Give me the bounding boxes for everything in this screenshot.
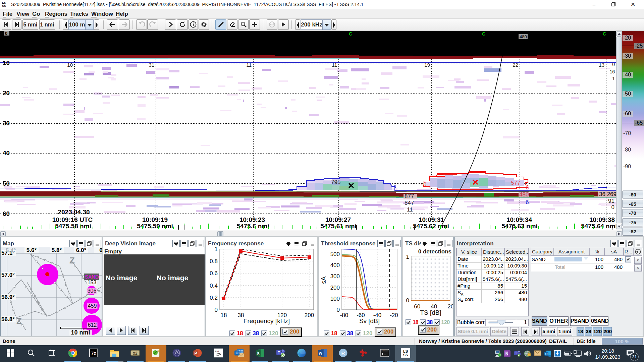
svg-text:0: 0 (337, 307, 340, 313)
svg-text:19: 19 (424, 62, 430, 68)
svg-text:56.8°: 56.8° (1, 316, 15, 322)
svg-text:100: 100 (330, 296, 340, 302)
svg-text:C: C (482, 31, 485, 37)
svg-text:-60: -60 (629, 192, 636, 197)
svg-text:-80: -80 (623, 147, 631, 153)
svg-text:-65: -65 (635, 120, 643, 126)
svg-text:10:09:19: 10:09:19 (142, 216, 168, 223)
svg-text:x2: x2 (133, 351, 138, 356)
svg-text:C: C (603, 31, 606, 37)
svg-text:10: 10 (3, 59, 10, 66)
svg-text:459: 459 (88, 303, 97, 309)
svg-text:Frequency [kHz]: Frequency [kHz] (244, 317, 290, 324)
svg-text:200: 200 (330, 285, 340, 291)
svg-text:TS [dB]: TS [dB] (420, 309, 441, 316)
svg-text:-65: -65 (629, 201, 636, 207)
svg-text:11: 11 (407, 206, 413, 213)
svg-text:40: 40 (3, 149, 10, 157)
svg-text:0: 0 (612, 62, 615, 67)
svg-text:SAND: SAND (85, 274, 99, 280)
svg-text:0.2: 0.2 (210, 295, 218, 301)
svg-text:5.8°: 5.8° (52, 247, 62, 253)
svg-text:W: W (319, 351, 322, 355)
svg-text:6: 6 (526, 199, 529, 205)
svg-text:-20: -20 (623, 35, 631, 41)
svg-text:1: 1 (215, 247, 218, 252)
svg-text:612: 612 (88, 322, 97, 328)
svg-text:7z: 7z (91, 351, 96, 356)
svg-text:X: X (257, 351, 259, 356)
svg-text:-60: -60 (623, 111, 631, 116)
svg-text:Z: Z (16, 316, 22, 326)
svg-text:C:\: C:\ (382, 350, 385, 352)
svg-text:16: 16 (609, 69, 615, 74)
svg-text:0: 0 (406, 297, 409, 304)
svg-text:877: 877 (405, 193, 414, 199)
svg-text:306: 306 (88, 288, 97, 294)
svg-text:2023.04.30: 2023.04.30 (58, 208, 90, 216)
svg-text:0: 0 (423, 181, 426, 188)
svg-text:10: 10 (67, 62, 73, 68)
svg-text:38: 38 (238, 312, 244, 318)
svg-text:sA: sA (320, 277, 327, 284)
svg-text:400: 400 (330, 262, 340, 268)
svg-text:480: 480 (520, 34, 527, 39)
svg-text:-75: -75 (629, 220, 636, 225)
svg-text:5475.6 nmi: 5475.6 nmi (236, 223, 269, 230)
svg-text:10:09:27: 10:09:27 (325, 216, 351, 223)
svg-text:-80: -80 (340, 312, 348, 318)
svg-text:P: P (194, 351, 197, 356)
svg-text:0.6: 0.6 (210, 270, 218, 277)
svg-text:200: 200 (305, 312, 314, 318)
svg-text:T: T (278, 351, 280, 355)
svg-text:11: 11 (332, 62, 337, 68)
svg-text:500: 500 (330, 251, 340, 257)
svg-text:C: C (349, 31, 352, 37)
svg-text:O: O (235, 351, 238, 355)
svg-text:1: 1 (612, 76, 615, 81)
svg-text:30: 30 (3, 120, 10, 127)
svg-text:57.0°: 57.0° (1, 272, 15, 278)
svg-text:22: 22 (513, 62, 518, 68)
svg-text:10 nmi: 10 nmi (71, 329, 90, 336)
svg-text:60: 60 (3, 210, 10, 217)
svg-text:20: 20 (3, 89, 10, 97)
svg-text:10:09:23: 10:09:23 (239, 216, 265, 223)
svg-text:R: R (341, 350, 345, 356)
svg-text:0.8: 0.8 (210, 258, 218, 264)
svg-text:-70: -70 (623, 130, 631, 136)
svg-text:-90: -90 (623, 164, 631, 169)
svg-text:T: T (515, 352, 517, 355)
svg-text:-30: -30 (623, 53, 631, 59)
svg-text:56.9°: 56.9° (1, 294, 15, 300)
svg-text:10:09:38: 10:09:38 (589, 216, 615, 223)
svg-text:50: 50 (3, 180, 10, 187)
svg-text:Std: Std (215, 350, 219, 353)
svg-text:5475.63 nmi: 5475.63 nmi (501, 223, 538, 230)
svg-text:13: 13 (599, 62, 604, 68)
svg-text:5.4°: 5.4° (6, 247, 16, 254)
svg-text:795: 795 (331, 179, 340, 185)
svg-text:-40: -40 (623, 72, 631, 77)
svg-text:847: 847 (405, 200, 414, 206)
svg-text:0: 0 (5, 31, 7, 36)
svg-text:300: 300 (330, 273, 340, 280)
svg-text:91: 91 (608, 198, 614, 204)
svg-text:5475.58 nmi: 5475.58 nmi (55, 223, 91, 230)
svg-text:-20: -20 (446, 303, 453, 310)
svg-text:5.6°: 5.6° (26, 247, 37, 253)
svg-text:0.4: 0.4 (210, 283, 218, 289)
svg-text:0: 0 (611, 204, 614, 210)
svg-text:5475.62 nmi: 5475.62 nmi (413, 223, 449, 230)
svg-text:10:09:34: 10:09:34 (506, 216, 532, 223)
svg-text:10:09:31: 10:09:31 (419, 216, 444, 223)
svg-text:-70: -70 (629, 210, 636, 216)
svg-text:31: 31 (149, 62, 154, 68)
svg-text:10:09:16 UTC: 10:09:16 UTC (52, 216, 93, 223)
svg-text:-25: -25 (635, 43, 643, 49)
svg-text:18: 18 (221, 312, 227, 318)
svg-text:153: 153 (88, 280, 97, 285)
svg-text:-20: -20 (390, 312, 398, 318)
svg-text:480: 480 (519, 191, 529, 198)
svg-text:-82: -82 (629, 229, 636, 234)
